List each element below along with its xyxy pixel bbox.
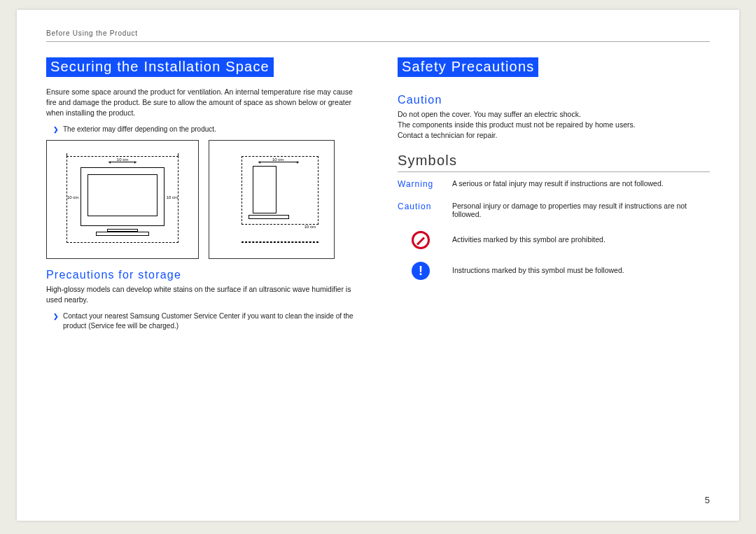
- warning-label: Warning: [398, 179, 452, 189]
- follow-icon: !: [398, 262, 452, 280]
- right-column: Safety Precautions Caution Do not open t…: [398, 57, 710, 335]
- note-exterior-text: The exterior may differ depending on the…: [63, 125, 216, 135]
- figure-row: 10 cm 10 cm 10 cm 10 cm 10 cm: [46, 140, 358, 259]
- caution-heading: Caution: [398, 94, 710, 106]
- note-exterior: ❯ The exterior may differ depending on t…: [53, 125, 358, 135]
- heading-securing: Securing the Installation Space: [46, 57, 274, 77]
- page-number: 5: [705, 495, 710, 505]
- follow-desc: Instructions marked by this symbol must …: [452, 262, 710, 274]
- figure-side: 10 cm 10 cm: [209, 140, 335, 259]
- securing-intro: Ensure some space around the product for…: [46, 87, 358, 119]
- chapter-title: Before Using the Product: [46, 29, 710, 42]
- caution-label: Caution: [398, 202, 452, 211]
- dim-right: 10 cm: [167, 195, 178, 199]
- symbols-heading: Symbols: [398, 153, 710, 169]
- symbols-table: Warning A serious or fatal injury may re…: [398, 179, 710, 280]
- storage-text: High-glossy models can develop white sta…: [46, 284, 358, 305]
- heading-storage: Precautions for storage: [46, 269, 358, 281]
- bullet-icon: ❯: [53, 125, 59, 135]
- two-column-layout: Securing the Installation Space Ensure s…: [46, 57, 710, 335]
- caution-body: Do not open the cover. You may suffer an…: [398, 109, 710, 141]
- prohibit-desc: Activities marked by this symbol are pro…: [452, 231, 710, 244]
- prohibit-icon: [398, 231, 452, 249]
- manual-page: Before Using the Product Securing the In…: [17, 10, 739, 521]
- dim-bottom: 10 cm: [304, 225, 316, 229]
- storage-bullet-text: Contact your nearest Samsung Customer Se…: [63, 311, 358, 332]
- heading-safety: Safety Precautions: [398, 57, 538, 77]
- left-column: Securing the Installation Space Ensure s…: [46, 57, 358, 335]
- figure-front: 10 cm 10 cm 10 cm: [46, 140, 199, 259]
- storage-bullet: ❯ Contact your nearest Samsung Customer …: [53, 311, 358, 332]
- warning-desc: A serious or fatal injury may result if …: [452, 179, 710, 188]
- caution-desc: Personal injury or damage to properties …: [452, 202, 710, 218]
- divider: [398, 171, 710, 172]
- dim-left: 10 cm: [67, 195, 78, 199]
- bullet-icon: ❯: [53, 311, 59, 332]
